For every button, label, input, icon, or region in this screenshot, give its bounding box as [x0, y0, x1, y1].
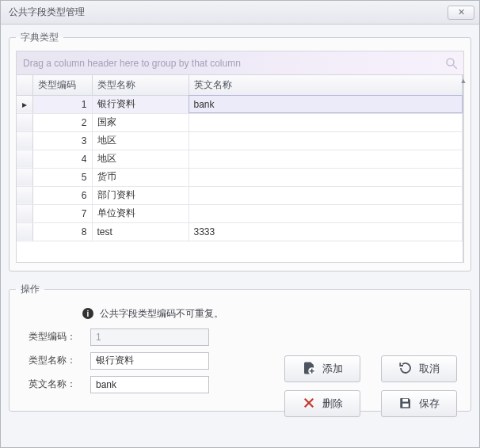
svg-line-1	[453, 65, 457, 69]
svg-point-0	[447, 59, 454, 66]
label-en: 英文名称：	[29, 378, 79, 391]
cell-name[interactable]: 地区	[92, 150, 189, 168]
col-header-en[interactable]: 英文名称	[189, 75, 463, 95]
save-label: 保存	[419, 397, 440, 411]
grid-scrollbar[interactable]: ▲	[463, 75, 463, 262]
cell-name[interactable]: 银行资料	[92, 95, 189, 113]
table-row[interactable]: 5货币	[17, 168, 463, 186]
svg-rect-5	[402, 398, 408, 401]
cell-en[interactable]	[189, 186, 463, 204]
table-row[interactable]: 3地区	[17, 131, 463, 150]
window-body: 字典类型 Drag a column header here to group …	[1, 25, 479, 431]
save-button[interactable]: 保存	[381, 390, 457, 417]
grid-header-row: 类型编码 类型名称 英文名称	[17, 75, 463, 95]
cancel-button[interactable]: 取消	[381, 355, 457, 382]
grid-empty-area	[17, 241, 463, 262]
cell-en[interactable]	[189, 113, 463, 131]
cell-en[interactable]	[189, 204, 463, 222]
group-by-bar[interactable]: Drag a column header here to group by th…	[16, 51, 464, 74]
cell-code[interactable]: 7	[32, 204, 92, 222]
window: 公共字段类型管理 ✕ 字典类型 Drag a column header her…	[0, 0, 480, 448]
row-indicator	[17, 204, 32, 222]
table-row[interactable]: 4地区	[17, 150, 463, 168]
close-icon: ✕	[458, 7, 465, 17]
search-icon[interactable]	[444, 56, 459, 70]
name-field[interactable]	[90, 352, 209, 370]
row-indicator-header	[17, 75, 32, 95]
info-icon: i	[82, 308, 93, 319]
cell-code[interactable]: 3	[32, 131, 92, 150]
grid-wrap: 类型编码 类型名称 英文名称 ▸1银行资料bank2国家3地区4地区5货币6部门…	[16, 74, 464, 263]
row-indicator	[17, 168, 32, 186]
label-code: 类型编码：	[29, 330, 79, 344]
col-header-code[interactable]: 类型编码	[32, 75, 92, 95]
titlebar: 公共字段类型管理 ✕	[1, 1, 479, 25]
row-indicator	[17, 131, 32, 150]
cell-code[interactable]: 5	[32, 168, 92, 186]
table-row[interactable]: 8test3333	[17, 222, 463, 241]
code-field	[90, 328, 209, 346]
grid-table: 类型编码 类型名称 英文名称 ▸1银行资料bank2国家3地区4地区5货币6部门…	[17, 75, 463, 241]
table-row[interactable]: 7单位资料	[17, 204, 463, 222]
dict-type-legend: 字典类型	[16, 31, 63, 44]
group-by-hint: Drag a column header here to group by th…	[23, 58, 241, 69]
dict-type-panel: 字典类型 Drag a column header here to group …	[9, 31, 471, 271]
close-button[interactable]: ✕	[448, 6, 474, 20]
add-button[interactable]: 添加	[284, 355, 360, 382]
cell-en[interactable]	[189, 168, 463, 186]
ops-buttons: 添加 取消 删除 保存	[284, 355, 457, 417]
table-row[interactable]: 6部门资料	[17, 186, 463, 204]
window-title: 公共字段类型管理	[9, 6, 85, 19]
cell-code[interactable]: 8	[32, 222, 92, 241]
cell-en[interactable]: bank	[189, 95, 463, 113]
delete-label: 删除	[322, 397, 343, 411]
cell-code[interactable]: 4	[32, 150, 92, 168]
delete-icon	[302, 396, 316, 412]
en-field[interactable]	[90, 376, 209, 393]
ops-message: 公共字段类型编码不可重复。	[100, 307, 223, 321]
cell-name[interactable]: test	[92, 222, 189, 241]
cell-name[interactable]: 部门资料	[92, 186, 189, 204]
cell-name[interactable]: 货币	[92, 168, 189, 186]
label-name: 类型名称：	[29, 354, 79, 367]
cell-code[interactable]: 2	[32, 113, 92, 131]
delete-button[interactable]: 删除	[284, 390, 360, 417]
undo-icon	[398, 361, 413, 378]
ops-message-row: i 公共字段类型编码不可重复。	[82, 307, 456, 321]
ops-row-code: 类型编码：	[29, 328, 456, 346]
col-header-name[interactable]: 类型名称	[92, 75, 189, 95]
add-label: 添加	[322, 362, 343, 376]
cell-name[interactable]: 地区	[92, 131, 189, 150]
row-indicator	[17, 222, 32, 241]
svg-rect-6	[402, 403, 409, 407]
cell-en[interactable]: 3333	[189, 222, 463, 241]
cell-en[interactable]	[189, 150, 463, 168]
row-indicator	[17, 113, 32, 131]
row-indicator	[17, 150, 32, 168]
grid[interactable]: 类型编码 类型名称 英文名称 ▸1银行资料bank2国家3地区4地区5货币6部门…	[17, 75, 463, 262]
table-row[interactable]: ▸1银行资料bank	[17, 95, 463, 113]
cell-name[interactable]: 国家	[92, 113, 189, 131]
cell-en[interactable]	[189, 131, 463, 150]
row-indicator: ▸	[17, 95, 32, 113]
row-indicator	[17, 186, 32, 204]
cell-name[interactable]: 单位资料	[92, 204, 189, 222]
add-icon	[302, 361, 316, 378]
table-row[interactable]: 2国家	[17, 113, 463, 131]
cell-code[interactable]: 6	[32, 186, 92, 204]
cancel-label: 取消	[419, 362, 440, 376]
save-icon	[398, 396, 413, 412]
cell-code[interactable]: 1	[32, 95, 92, 113]
ops-legend: 操作	[16, 283, 44, 296]
